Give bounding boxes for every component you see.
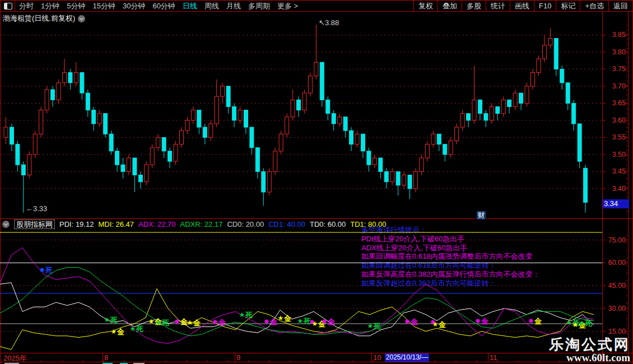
extreme-price-annotation: ←3.33 — [26, 204, 47, 213]
cross-marker: ★ — [187, 319, 193, 326]
cross-marker-label: 死 — [303, 317, 311, 325]
period-tab-10[interactable]: 更多 > — [277, 1, 298, 11]
toolbar-button-7[interactable]: +自选 — [580, 1, 608, 11]
hint-line-3: 如果回调幅度在0.618内属强势调整后市方向不会改变 — [361, 252, 540, 261]
cross-marker-label: 金 — [318, 320, 326, 328]
indicator-name[interactable]: 股朋指标网 — [14, 220, 55, 229]
price-axis-label: 3.60 — [602, 116, 626, 124]
period-tab-8[interactable]: 月线 — [226, 1, 241, 11]
date-axis-label: 10 — [373, 353, 381, 362]
cross-marker-label: 死 — [110, 316, 118, 324]
toolbar-button-4[interactable]: 画线 — [510, 1, 534, 11]
cross-marker: ★ — [278, 314, 284, 322]
cross-marker-label: 死 — [584, 319, 592, 328]
cross-marker-label: 死 — [136, 325, 143, 333]
indicator-axis-label: 15.00 — [603, 328, 626, 335]
cross-marker-label: 金 — [481, 317, 489, 325]
cross-marker-label: 金 — [438, 320, 446, 329]
indicator-field-CD1: CD1: 40.00 — [268, 220, 305, 228]
indicator-chevron-down-icon[interactable] — [2, 221, 10, 228]
period-tab-6[interactable]: 日线 — [183, 1, 197, 11]
hint-line-4: 如果回调超过在0.618后市方向可能逆转： — [361, 261, 540, 270]
toolbar-button-2[interactable]: 多股 — [462, 1, 486, 11]
indicator-field-ADX: ADX: 22.70 — [138, 220, 176, 228]
financial-report-marker[interactable]: 财 — [477, 211, 486, 220]
cross-marker: ★ — [130, 325, 136, 333]
page-title: 渤海租赁(日线.前复权) — [3, 13, 75, 24]
cross-marker: ★ — [573, 321, 579, 329]
cross-marker-label: 金 — [327, 318, 336, 326]
indicator-header: 股朋指标网 PDI: 19.12MDI: 26.47ADX: 22.70ADXR… — [2, 220, 387, 229]
cross-marker-label: 金 — [180, 318, 188, 326]
hint-line-0: 多空海洋行情提示： — [361, 226, 540, 235]
toolbar-divider — [15, 1, 15, 11]
last-price-badge: 3.34 — [603, 199, 629, 208]
cross-marker: ★ — [239, 311, 245, 319]
cross-marker-label: 金 — [154, 318, 162, 326]
period-tab-4[interactable]: 30分钟 — [123, 1, 145, 11]
indicator-axis-label: 30.00 — [603, 305, 626, 312]
price-axis-label: 3.80 — [602, 48, 626, 56]
hint-line-2: ADX线上穿20介入,下破60急出手 — [361, 244, 540, 253]
cross-marker-label: 金 — [117, 328, 125, 336]
main-grid — [0, 25, 628, 211]
date-axis-label: 2025年 — [3, 353, 27, 363]
chart-canvas: 死★死★金★死★金★死金★金金★死金★金★死★金金★死金★金金金★死★金★死 — [0, 0, 633, 364]
period-tab-5[interactable]: 60分钟 — [152, 1, 175, 11]
hint-line-5: 如果反弹高度在0.382内属反弹行情后市方向不会改变： — [361, 270, 540, 279]
cross-marker-label: 死 — [373, 322, 381, 330]
period-tab-9[interactable]: 多周期 — [248, 1, 270, 11]
cross-marker: ★ — [367, 322, 374, 330]
cross-marker: ★ — [312, 320, 318, 328]
indicator-field-PDI: PDI: 19.12 — [59, 220, 94, 228]
price-axis-label: 3.70 — [602, 82, 626, 90]
watermark-site-name: 乐淘公式网 — [549, 338, 630, 352]
watermark-site-url: www.60lt.com — [549, 352, 630, 363]
cross-marker-label: 金 — [269, 318, 278, 326]
cross-marker-label: 金 — [193, 319, 201, 327]
cross-marker: ★ — [432, 320, 439, 328]
cross-marker-label: 死 — [45, 266, 53, 274]
toolbar-button-6[interactable]: 标记 — [556, 1, 580, 11]
indicator-axis-label: 75.00 — [603, 236, 626, 244]
toolbar-button-8[interactable]: 返回 — [608, 1, 632, 11]
app-window: 分时1分钟5分钟15分钟30分钟60分钟日线周线月线多周期更多 > 复权叠加多股… — [0, 0, 633, 364]
cross-marker: ★ — [148, 318, 155, 325]
indicator-hints: 多空海洋行情提示：PDI线上穿20介入,下破60急出手ADX线上穿20介入,下破… — [361, 226, 540, 288]
period-tabs: 分时1分钟5分钟15分钟30分钟60分钟日线周线月线多周期更多 > — [19, 1, 298, 11]
cross-marker-label: 金 — [578, 321, 587, 329]
toolbar-actions: 复权叠加多股统计画线F10标记+自选返回 — [413, 1, 632, 11]
cross-marker: ★ — [111, 328, 117, 335]
indicator-field-MDI: MDI: 26.47 — [98, 220, 134, 228]
price-axis-label: 3.50 — [602, 151, 626, 158]
price-axis-label: 3.55 — [602, 133, 626, 141]
indicator-field-CD0: CD0: 20.00 — [227, 220, 264, 228]
price-axis-label: 3.65 — [602, 99, 626, 107]
cross-marker-label: 死 — [161, 319, 169, 327]
period-tab-2[interactable]: 5分钟 — [67, 1, 85, 11]
layout-toggle-icon[interactable] — [4, 3, 12, 10]
cross-marker-label: 金 — [410, 318, 418, 326]
series-MDI — [0, 289, 594, 350]
toolbar-button-3[interactable]: 统计 — [486, 1, 510, 11]
extreme-price-annotation: ↖3.88 — [319, 18, 339, 27]
toolbar-button-1[interactable]: 叠加 — [437, 1, 462, 11]
period-tab-3[interactable]: 15分钟 — [92, 1, 115, 11]
toolbar-button-5[interactable]: F10 — [534, 1, 556, 11]
watermark: 乐淘公式网 www.60lt.com — [549, 338, 630, 363]
cross-marker-label: 金 — [534, 317, 542, 325]
cross-marker-label: 死 — [245, 311, 253, 319]
cross-marker-label: 金 — [218, 318, 226, 326]
chevron-down-icon[interactable] — [78, 15, 85, 22]
top-toolbar: 分时1分钟5分钟15分钟30分钟60分钟日线周线月线多周期更多 > 复权叠加多股… — [0, 0, 633, 12]
indicator-field-ADXR: ADXR: 22.17 — [180, 220, 223, 228]
period-tab-0[interactable]: 分时 — [19, 1, 34, 11]
toolbar-button-0[interactable]: 复权 — [413, 1, 437, 11]
price-axis-label: 3.85 — [602, 31, 626, 39]
period-tab-7[interactable]: 周线 — [204, 1, 219, 11]
series-PDI — [0, 283, 594, 336]
period-tab-1[interactable]: 1分钟 — [41, 1, 59, 11]
hint-line-1: PDI线上穿20介入,下破60急出手 — [361, 235, 540, 244]
cross-marker: ★ — [579, 319, 585, 327]
cross-marker-label: 死 — [572, 319, 580, 327]
